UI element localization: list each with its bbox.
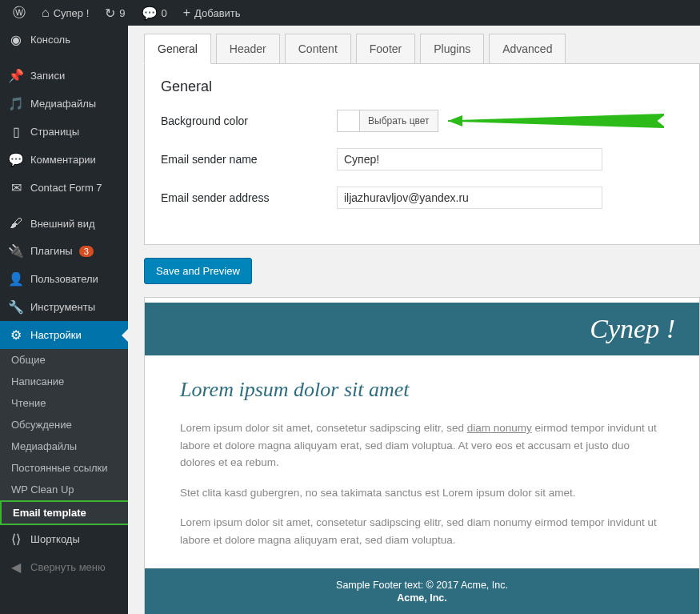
row-bg-color: Background color Выбрать цвет [161, 110, 683, 132]
submenu-wpcleanup[interactable]: WP Clean Up [0, 479, 128, 500]
home-icon: ⌂ [42, 6, 50, 20]
plus-icon: + [183, 6, 190, 20]
sidebar-item-posts[interactable]: 📌Записи [0, 62, 128, 90]
submenu-writing[interactable]: Написание [0, 371, 128, 392]
wordpress-icon: ⓦ [13, 5, 26, 22]
code-icon: ⟨⟩ [8, 532, 24, 547]
tool-icon: 🔧 [8, 299, 24, 315]
tab-general[interactable]: General [144, 34, 211, 64]
admin-topbar: ⓦ ⌂Супер ! ↻9 💬0 +Добавить [0, 0, 700, 26]
preview-link[interactable]: diam nonumy [467, 422, 532, 434]
collapse-icon: ◀ [8, 560, 24, 575]
preview-paragraph-3: Lorem ipsum dolor sit amet, consetetur s… [180, 514, 664, 548]
preview-title: Lorem ipsum dolor sit amet [180, 378, 664, 402]
preview-footer-line1: Sample Footer text: © 2017 Acme, Inc. [145, 580, 699, 591]
panel-heading: General [161, 78, 683, 95]
sidebar-item-comments[interactable]: 💬Комментарии [0, 146, 128, 174]
collapse-menu[interactable]: ◀Свернуть меню [0, 553, 128, 581]
sidebar-item-pages[interactable]: ▯Страницы [0, 118, 128, 146]
dashboard-icon: ◉ [8, 32, 24, 47]
updates-count: 9 [119, 7, 125, 19]
updates-link[interactable]: ↻9 [98, 0, 131, 26]
sender-addr-input[interactable] [337, 187, 602, 209]
bg-color-label: Background color [161, 114, 337, 127]
tab-footer[interactable]: Footer [356, 34, 415, 64]
bg-color-picker[interactable]: Выбрать цвет [337, 110, 438, 132]
preview-brand: Супер ! [590, 314, 675, 343]
row-sender-addr: Email sender address [161, 187, 683, 209]
sidebar-item-media[interactable]: 🎵Медиафайлы [0, 90, 128, 118]
arrow-annotation [448, 111, 664, 130]
choose-color-button[interactable]: Выбрать цвет [360, 110, 438, 131]
sender-name-input[interactable] [337, 148, 602, 171]
pin-icon: 📌 [8, 68, 24, 83]
comment-icon: 💬 [8, 152, 24, 167]
submenu-discussion[interactable]: Обсуждение [0, 414, 128, 435]
email-template-highlight: Email template [0, 500, 128, 525]
refresh-icon: ↻ [105, 6, 115, 21]
save-preview-button[interactable]: Save and Preview [144, 258, 252, 284]
brush-icon: 🖌 [8, 216, 24, 231]
mail-icon: ✉ [8, 180, 24, 195]
submenu-permalinks[interactable]: Постоянные ссылки [0, 457, 128, 479]
preview-header: Супер ! [145, 303, 699, 355]
comments-count: 0 [162, 7, 167, 19]
comments-link[interactable]: 💬0 [135, 0, 174, 26]
preview-footer-line2: Acme, Inc. [145, 592, 699, 604]
svg-marker-0 [448, 115, 462, 126]
email-preview: Супер ! Lorem ipsum dolor sit amet Lorem… [144, 297, 700, 614]
submenu-general[interactable]: Общие [0, 349, 128, 371]
site-name-link[interactable]: ⌂Супер ! [35, 0, 95, 26]
plug-icon: 🔌 [8, 243, 24, 259]
comment-icon: 💬 [142, 6, 158, 21]
submenu-media[interactable]: Медиафайлы [0, 435, 128, 457]
sidebar-item-settings[interactable]: ⚙Настройки [0, 321, 128, 349]
user-icon: 👤 [8, 271, 24, 287]
add-label: Добавить [194, 7, 240, 19]
sidebar-item-plugins[interactable]: 🔌Плагины 3 [0, 237, 128, 265]
preview-body: Lorem ipsum dolor sit amet Lorem ipsum d… [145, 355, 699, 568]
sidebar-item-users[interactable]: 👤Пользователи [0, 265, 128, 293]
add-new-link[interactable]: +Добавить [177, 0, 247, 26]
tab-header[interactable]: Header [216, 34, 280, 64]
sender-addr-label: Email sender address [161, 191, 337, 204]
row-sender-name: Email sender name [161, 148, 683, 171]
sender-name-label: Email sender name [161, 153, 337, 166]
submenu-email-template[interactable]: Email template [2, 502, 118, 524]
general-panel: General Background color Выбрать цвет Em… [144, 63, 700, 245]
settings-tabs: General Header Content Footer Plugins Ad… [144, 34, 700, 64]
sidebar-item-appearance[interactable]: 🖌Внешний вид [0, 210, 128, 237]
sidebar-item-shortcodes[interactable]: ⟨⟩Шорткоды [0, 525, 128, 553]
settings-submenu: Общие Написание Чтение Обсуждение Медиаф… [0, 349, 128, 525]
color-swatch[interactable] [338, 110, 360, 131]
preview-footer: Sample Footer text: © 2017 Acme, Inc. Ac… [145, 568, 699, 614]
preview-paragraph-1: Lorem ipsum dolor sit amet, consetetur s… [180, 419, 664, 472]
submenu-reading[interactable]: Чтение [0, 392, 128, 414]
media-icon: 🎵 [8, 96, 24, 111]
page-icon: ▯ [8, 124, 24, 139]
site-name: Супер ! [54, 7, 90, 19]
settings-icon: ⚙ [8, 327, 24, 343]
sidebar-item-cf7[interactable]: ✉Contact Form 7 [0, 174, 128, 202]
sidebar-item-dashboard[interactable]: ◉Консоль [0, 26, 128, 54]
tab-content[interactable]: Content [285, 34, 351, 64]
plugins-badge: 3 [79, 246, 94, 257]
main-content: General Header Content Footer Plugins Ad… [128, 26, 700, 614]
tab-advanced[interactable]: Advanced [489, 34, 566, 64]
admin-sidebar: ◉Консоль 📌Записи 🎵Медиафайлы ▯Страницы 💬… [0, 26, 128, 614]
preview-paragraph-2: Stet clita kasd gubergren, no sea takima… [180, 484, 664, 502]
sidebar-item-tools[interactable]: 🔧Инструменты [0, 293, 128, 321]
wp-logo[interactable]: ⓦ [6, 0, 32, 26]
tab-plugins[interactable]: Plugins [420, 34, 484, 64]
